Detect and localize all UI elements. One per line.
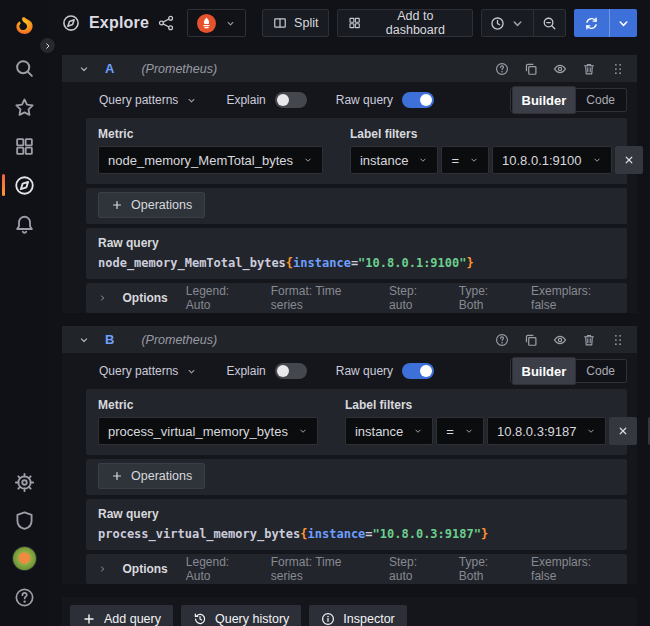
code-option[interactable]: Code <box>576 361 625 381</box>
chevron-down-icon <box>225 18 236 29</box>
options-row: Options Legend: Auto Format: Time series… <box>86 554 627 584</box>
metric-select-value: process_virtual_memory_bytes <box>108 424 288 439</box>
filter-operator-select[interactable]: = <box>436 417 484 445</box>
split-button[interactable]: Split <box>262 9 329 37</box>
label-filters-field: Label filters instance = 10.8. <box>345 398 650 445</box>
filter-value-select[interactable]: 10.8.0.3:9187 <box>487 417 607 445</box>
raw-query-label: Raw query <box>336 364 393 378</box>
time-controls <box>481 9 566 37</box>
explain-toggle-group: Explain <box>226 92 306 108</box>
explain-toggle[interactable] <box>275 363 307 379</box>
sidebar-item-dashboards[interactable] <box>13 135 35 157</box>
sidebar-item-explore[interactable] <box>13 174 35 196</box>
plus-icon <box>111 470 123 482</box>
sidebar-item-help[interactable] <box>13 586 35 608</box>
grafana-logo-icon[interactable] <box>11 13 37 39</box>
options-toggle[interactable]: Options <box>122 562 167 576</box>
filter-key-select[interactable]: instance <box>345 417 433 445</box>
copy-icon <box>524 333 538 347</box>
add-to-dashboard-button[interactable]: Add to dashboard <box>337 9 473 37</box>
disable-query-button[interactable] <box>553 333 567 347</box>
filter-key-select[interactable]: instance <box>350 146 438 174</box>
duplicate-query-button[interactable] <box>524 62 538 76</box>
add-query-label: Add query <box>104 612 161 626</box>
code-string-value: "10.8.0.3:9187" <box>373 527 481 541</box>
code-brace-open: { <box>286 256 293 270</box>
filter-operator-value: = <box>446 424 454 439</box>
toggle-knob <box>277 365 289 377</box>
query-help-button[interactable] <box>495 333 509 347</box>
collapse-chevron-icon <box>78 63 90 75</box>
code-string-value: "10.8.0.1:9100" <box>358 256 466 270</box>
raw-query-title: Raw query <box>98 507 615 521</box>
datasource-picker[interactable] <box>187 9 246 37</box>
drag-handle[interactable] <box>611 62 625 76</box>
explain-toggle[interactable] <box>275 92 307 108</box>
remove-query-button[interactable] <box>582 62 596 76</box>
drag-handle-icon <box>611 62 625 76</box>
sidebar-item-starred[interactable] <box>13 96 35 118</box>
secondary-actions: Add query Query history Inspector <box>62 597 637 626</box>
disable-query-button[interactable] <box>553 62 567 76</box>
query-row-a: A (Prometheus) Query patterns <box>62 55 637 313</box>
remove-filter-button[interactable] <box>615 146 643 174</box>
split-icon <box>273 16 287 30</box>
user-avatar[interactable] <box>13 547 36 570</box>
inspector-button[interactable]: Inspector <box>309 605 406 626</box>
refresh-interval-dropdown[interactable] <box>609 9 637 37</box>
add-query-button[interactable]: Add query <box>70 605 173 626</box>
zoom-out-button[interactable] <box>533 10 565 36</box>
chevron-down-icon <box>186 95 197 106</box>
add-operation-button[interactable]: Operations <box>98 463 205 489</box>
query-row-a-header[interactable]: A (Prometheus) <box>62 55 637 82</box>
run-query-button[interactable] <box>574 9 609 37</box>
filter-value-select[interactable]: 10.8.0.1:9100 <box>492 146 612 174</box>
raw-query-toggle-group: Raw query <box>336 363 434 379</box>
trash-icon <box>582 62 596 76</box>
query-history-button[interactable]: Query history <box>181 605 301 626</box>
chevron-down-icon <box>186 366 197 377</box>
sidebar-item-alerting[interactable] <box>13 213 35 235</box>
drag-handle[interactable] <box>611 333 625 347</box>
code-label-name: instance <box>308 527 366 541</box>
metric-select[interactable]: process_virtual_memory_bytes <box>98 417 318 445</box>
builder-option[interactable]: Builder <box>512 357 577 385</box>
add-operation-button[interactable]: Operations <box>98 192 205 218</box>
compass-circle-icon <box>62 14 80 32</box>
query-row-b-header[interactable]: B (Prometheus) <box>62 326 637 353</box>
options-toggle[interactable]: Options <box>122 291 167 305</box>
chevron-down-icon <box>510 16 525 31</box>
expand-sidebar-button[interactable] <box>38 36 57 55</box>
raw-query-label: Raw query <box>336 93 393 107</box>
query-help-button[interactable] <box>495 62 509 76</box>
gear-icon <box>14 472 35 493</box>
sidebar-item-search[interactable] <box>13 57 35 79</box>
share-icon[interactable] <box>158 15 174 31</box>
builder-option[interactable]: Builder <box>512 86 577 114</box>
raw-query-toggle[interactable] <box>402 363 434 379</box>
chevron-down-icon <box>469 155 479 165</box>
code-option[interactable]: Code <box>576 90 625 110</box>
filter-operator-select[interactable]: = <box>441 146 489 174</box>
metric-editor-row: Metric node_memory_MemTotal_bytes Label … <box>86 118 627 184</box>
chevron-down-icon <box>298 426 308 436</box>
metric-field-label: Metric <box>98 127 323 141</box>
label-filter-row: instance = 10.8.0.3:9187 <box>345 417 650 445</box>
sidebar-item-admin[interactable] <box>13 509 35 531</box>
sidebar-item-configuration[interactable] <box>13 471 35 493</box>
query-ref-id: B <box>105 332 114 347</box>
operations-label: Operations <box>131 469 192 483</box>
help-circle-icon <box>495 62 509 76</box>
query-patterns-dropdown[interactable]: Query patterns <box>99 364 197 378</box>
plus-icon <box>111 199 123 211</box>
remove-query-button[interactable] <box>582 333 596 347</box>
raw-query-toggle[interactable] <box>402 92 434 108</box>
duplicate-query-button[interactable] <box>524 333 538 347</box>
inspector-label: Inspector <box>343 612 394 626</box>
plus-icon <box>82 612 96 626</box>
remove-filter-button[interactable] <box>609 417 637 445</box>
metric-select[interactable]: node_memory_MemTotal_bytes <box>98 146 323 174</box>
builder-code-switch: Builder Code <box>510 359 627 383</box>
time-picker-button[interactable] <box>482 10 533 36</box>
query-patterns-dropdown[interactable]: Query patterns <box>99 93 197 107</box>
